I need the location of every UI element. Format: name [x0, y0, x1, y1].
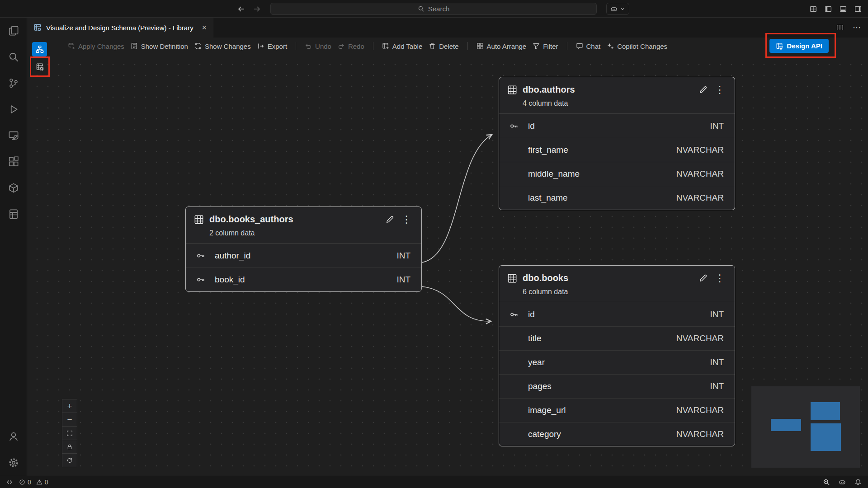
- table-more-menu-icon[interactable]: ⋮: [713, 85, 726, 95]
- table-row[interactable]: last_name NVARCHAR: [499, 186, 735, 210]
- notifications-bell-icon[interactable]: [854, 479, 862, 486]
- redo-icon: [338, 42, 345, 50]
- copilot-menu-button[interactable]: [606, 3, 629, 15]
- relationship-edges: [27, 55, 868, 476]
- split-editor-icon[interactable]: [836, 24, 844, 31]
- error-icon: [19, 479, 25, 485]
- copilot-status-icon[interactable]: [839, 479, 846, 486]
- filter-button[interactable]: Filter: [533, 42, 558, 50]
- add-table-icon: [382, 42, 389, 50]
- table-row[interactable]: title NVARCHAR: [499, 326, 735, 350]
- table-row[interactable]: category NVARCHAR: [499, 422, 735, 446]
- visualize-schema-button[interactable]: [32, 42, 47, 56]
- edit-table-pencil-icon[interactable]: [385, 215, 394, 224]
- table-more-menu-icon[interactable]: ⋮: [713, 273, 726, 283]
- column-name: pages: [528, 381, 710, 391]
- key-icon: [197, 276, 215, 284]
- show-definition-label: Show Definition: [141, 42, 188, 50]
- show-changes-button[interactable]: Show Changes: [194, 42, 251, 50]
- delete-button[interactable]: Delete: [429, 42, 458, 50]
- toggle-sidebar-left-icon[interactable]: [825, 5, 832, 13]
- redo-button[interactable]: Redo: [338, 42, 364, 50]
- column-name: book_id: [215, 275, 396, 285]
- layout-grid-icon[interactable]: [810, 5, 817, 13]
- add-table-button[interactable]: Add Table: [382, 42, 422, 50]
- table-row[interactable]: year INT: [499, 350, 735, 374]
- problems-indicator[interactable]: 0 0: [19, 479, 48, 486]
- minimap[interactable]: [751, 386, 860, 468]
- auto-arrange-button[interactable]: Auto Arrange: [476, 42, 527, 50]
- delete-label: Delete: [439, 42, 458, 50]
- remote-indicator-icon[interactable]: [6, 479, 13, 485]
- undo-label: Undo: [315, 42, 331, 50]
- source-control-icon[interactable]: [0, 70, 27, 96]
- toggle-sidebar-right-icon[interactable]: [854, 5, 862, 13]
- tab-schema-designer[interactable]: Visualize and Design Schema (Preview) - …: [27, 18, 213, 38]
- column-name: category: [528, 429, 676, 439]
- search-box[interactable]: Search: [270, 3, 597, 15]
- toolbar-separator: [373, 42, 373, 50]
- table-grid-icon: [507, 273, 517, 283]
- table-card-books[interactable]: dbo.books ⋮ 6 column data id INT title N…: [499, 265, 735, 446]
- title-bar: Search: [0, 0, 868, 18]
- warning-icon: [36, 479, 42, 485]
- undo-icon: [305, 42, 312, 50]
- schema-canvas[interactable]: dbo.books_authors ⋮ 2 column data author…: [27, 55, 868, 476]
- extensions-icon[interactable]: [0, 149, 27, 175]
- schema-table-icon[interactable]: [0, 201, 27, 227]
- editor-actions-more-icon[interactable]: ⋯: [853, 23, 861, 33]
- zoom-out-button[interactable]: −: [62, 413, 77, 427]
- database-cube-icon[interactable]: [0, 175, 27, 201]
- show-definition-button[interactable]: Show Definition: [131, 42, 188, 50]
- nav-forward-icon[interactable]: [253, 5, 261, 13]
- tab-bar: Visualize and Design Schema (Preview) - …: [27, 18, 868, 38]
- apply-changes-button[interactable]: Apply Changes: [68, 42, 124, 50]
- account-icon[interactable]: [0, 423, 27, 450]
- nav-back-icon[interactable]: [237, 5, 245, 13]
- run-debug-icon[interactable]: [0, 96, 27, 122]
- table-row[interactable]: book_id INT: [186, 267, 421, 291]
- auto-arrange-label: Auto Arrange: [487, 42, 527, 50]
- table-row[interactable]: id INT: [499, 114, 735, 138]
- column-name: last_name: [528, 193, 676, 203]
- show-changes-icon: [194, 42, 202, 50]
- column-type: NVARCHAR: [676, 405, 724, 415]
- copilot-changes-button[interactable]: Copilot Changes: [607, 42, 667, 50]
- search-sidebar-icon[interactable]: [0, 44, 27, 70]
- table-designer-button[interactable]: [32, 60, 47, 74]
- edit-table-pencil-icon[interactable]: [698, 274, 708, 283]
- copilot-icon: [610, 5, 618, 13]
- activity-bar: [0, 18, 27, 476]
- table-row[interactable]: first_name NVARCHAR: [499, 138, 735, 162]
- lock-canvas-button[interactable]: [62, 440, 77, 454]
- toggle-panel-icon[interactable]: [840, 5, 847, 13]
- sql-server-disconnected-icon[interactable]: [0, 122, 27, 149]
- settings-gear-icon[interactable]: [0, 450, 27, 476]
- column-type: INT: [396, 275, 410, 285]
- reset-view-button[interactable]: [62, 453, 77, 467]
- table-row[interactable]: middle_name NVARCHAR: [499, 162, 735, 186]
- chat-button[interactable]: Chat: [576, 42, 601, 50]
- warning-count: 0: [45, 479, 48, 486]
- apply-changes-icon: [68, 42, 75, 50]
- table-card-books-authors[interactable]: dbo.books_authors ⋮ 2 column data author…: [185, 206, 422, 292]
- add-table-label: Add Table: [392, 42, 422, 50]
- table-card-authors[interactable]: dbo.authors ⋮ 4 column data id INT first…: [499, 77, 735, 210]
- table-more-menu-icon[interactable]: ⋮: [400, 215, 413, 225]
- zoom-status-icon[interactable]: [823, 479, 830, 486]
- table-row[interactable]: id INT: [499, 302, 735, 326]
- table-row[interactable]: pages INT: [499, 374, 735, 398]
- fit-view-button[interactable]: [62, 426, 77, 440]
- zoom-in-button[interactable]: +: [62, 399, 77, 413]
- export-button[interactable]: Export: [257, 42, 287, 50]
- explorer-icon[interactable]: [0, 18, 27, 44]
- table-row[interactable]: image_url NVARCHAR: [499, 398, 735, 422]
- column-type: NVARCHAR: [676, 333, 724, 343]
- table-row[interactable]: author_id INT: [186, 244, 421, 267]
- table-subtitle: 2 column data: [186, 225, 421, 243]
- undo-button[interactable]: Undo: [305, 42, 331, 50]
- column-type: INT: [710, 381, 724, 391]
- edit-table-pencil-icon[interactable]: [698, 85, 708, 94]
- tab-close-icon[interactable]: ×: [202, 23, 207, 32]
- show-changes-label: Show Changes: [205, 42, 251, 50]
